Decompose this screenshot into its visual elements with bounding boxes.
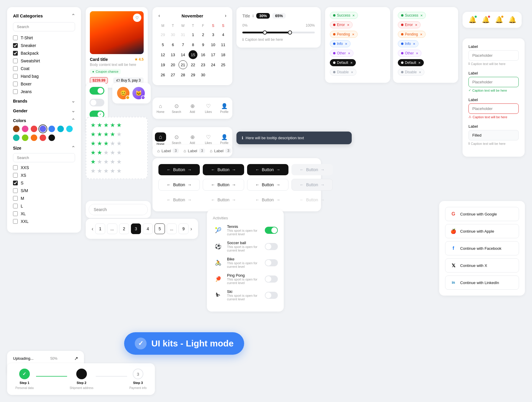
success-close-r[interactable]: ✕ [420, 14, 423, 17]
nav-likes-2[interactable]: ♡ Likes [202, 134, 215, 145]
cal-day-30[interactable]: 30 [199, 70, 207, 79]
nav-home-1[interactable]: ⌂ Home [154, 103, 167, 114]
nav-add-2[interactable]: ⊕ Add [186, 134, 199, 145]
star-1-5[interactable]: ★ [116, 121, 122, 129]
cal-day-30[interactable]: 30 [168, 30, 177, 39]
calendar-next-button[interactable]: › [225, 13, 226, 18]
gender-expand-icon[interactable]: ⌄ [71, 108, 75, 114]
pagination-prev[interactable]: ‹ [92, 226, 93, 232]
btn-ghost-1[interactable]: ← Button → [158, 194, 200, 205]
notif-icon-red[interactable]: 🔔 [482, 16, 490, 24]
bike-toggle[interactable] [265, 259, 278, 266]
category-checkbox-jeans[interactable] [13, 89, 18, 94]
star-4-4[interactable]: ★ [110, 149, 115, 156]
size-s[interactable] [13, 181, 18, 185]
nav-search-2[interactable]: ⊙ Search [170, 134, 183, 145]
category-checkbox-coat[interactable] [13, 66, 18, 71]
nav-search-1[interactable]: ⊙ Search [170, 103, 183, 114]
color-red[interactable] [31, 126, 37, 132]
nav-profile-2[interactable]: 👤 Profile [218, 134, 231, 145]
color-red2[interactable] [40, 134, 46, 141]
cal-day-24[interactable]: 24 [209, 60, 218, 69]
star-5-5[interactable]: ★ [116, 158, 122, 165]
color-lightcyan[interactable] [66, 126, 73, 132]
star-3-3[interactable]: ★ [103, 140, 109, 147]
toggle-off[interactable] [90, 99, 104, 106]
star-5-4[interactable]: ★ [110, 158, 115, 165]
cal-day-28[interactable]: 28 [179, 70, 187, 79]
facebook-login-button[interactable]: f Continue with Facebook [445, 241, 519, 255]
star-3-2[interactable]: ★ [97, 140, 102, 147]
brands-expand-icon[interactable]: ⌄ [71, 98, 75, 104]
star-2-3[interactable]: ★ [103, 131, 109, 138]
linkedin-login-button[interactable]: in Continue with LinkedIn [445, 275, 519, 290]
page-2[interactable]: 2 [119, 223, 129, 234]
cal-day-27[interactable]: 27 [168, 70, 177, 79]
star-3-4[interactable]: ★ [110, 140, 115, 147]
star-5-1[interactable]: ★ [90, 158, 96, 165]
cal-day-4[interactable]: 4 [219, 30, 228, 39]
pending-close[interactable]: ✕ [352, 33, 354, 36]
disabled-close-r[interactable]: ✕ [419, 71, 421, 74]
size-l[interactable] [13, 204, 18, 208]
color-pink[interactable] [22, 126, 28, 132]
btn-outline-2[interactable]: ← Button → [203, 179, 244, 191]
pagination-next[interactable]: › [190, 226, 192, 232]
star-1-4[interactable]: ★ [110, 121, 115, 129]
slider-thumb1[interactable] [263, 30, 267, 35]
notif-icon-plain[interactable]: 🔔 [508, 16, 516, 24]
color-teal[interactable] [13, 134, 20, 141]
star-6-4[interactable]: ★ [110, 167, 115, 174]
other-close-r[interactable]: ✕ [416, 52, 418, 55]
star-5-3[interactable]: ★ [103, 158, 109, 165]
cal-day-15-selected[interactable]: 15 [189, 50, 197, 59]
notif-icon-yellow[interactable]: 🔔 [495, 16, 503, 24]
cal-day-11[interactable]: 11 [219, 40, 228, 49]
page-5[interactable]: 5 [155, 223, 165, 234]
category-checkbox-tshirt[interactable] [13, 35, 18, 40]
cal-day-13[interactable]: 13 [168, 50, 177, 59]
success-close[interactable]: ✕ [352, 14, 355, 17]
color-lime[interactable] [22, 134, 28, 141]
size-m[interactable] [13, 196, 18, 201]
cal-day-17[interactable]: 17 [209, 50, 218, 59]
cal-day-20[interactable]: 20 [168, 60, 177, 69]
cal-day-25[interactable]: 25 [219, 60, 228, 69]
error-close-r[interactable]: ✕ [415, 23, 417, 27]
star-5-2[interactable]: ★ [97, 158, 102, 165]
size-xxl[interactable] [13, 219, 18, 224]
color-indigo[interactable] [40, 126, 46, 132]
nav-profile-1[interactable]: 👤 Profile [218, 103, 231, 114]
btn-outline-3[interactable]: ← Button → [247, 179, 288, 191]
size-collapse-icon[interactable]: ⌃ [71, 145, 75, 151]
star-4-1[interactable]: ★ [90, 149, 96, 156]
cal-day-16[interactable]: 16 [199, 50, 207, 59]
star-3-5[interactable]: ★ [116, 140, 122, 147]
error-close[interactable]: ✕ [347, 23, 349, 27]
info-close-r[interactable]: ✕ [413, 42, 415, 46]
category-checkbox-boxer[interactable] [13, 82, 18, 86]
disabled-close[interactable]: ✕ [351, 71, 353, 74]
categories-collapse-icon[interactable]: ⌃ [71, 13, 75, 19]
cal-day-31[interactable]: 31 [179, 30, 187, 39]
star-6-5[interactable]: ★ [116, 167, 122, 174]
star-1-2[interactable]: ★ [97, 121, 102, 129]
btn-primary-3[interactable]: ← Button → [247, 164, 288, 175]
nav-add-1[interactable]: ⊕ Add [186, 103, 199, 114]
size-xs[interactable] [13, 173, 18, 178]
nav-likes-1[interactable]: ♡ Likes [202, 103, 215, 114]
btn-ghost-2[interactable]: ← Button → [203, 194, 244, 205]
cal-day-21-circle[interactable]: 21 [179, 60, 187, 69]
cal-day-14[interactable]: 14 [179, 50, 187, 59]
star-6-3[interactable]: ★ [103, 167, 109, 174]
search-bar-input[interactable] [89, 204, 148, 215]
star-4-3[interactable]: ★ [103, 149, 109, 156]
soccer-toggle[interactable] [265, 243, 278, 250]
form-input-2[interactable] [468, 77, 519, 87]
tennis-toggle[interactable] [265, 227, 278, 234]
category-checkbox-sneaker[interactable] [13, 43, 18, 48]
size-search-input[interactable] [13, 153, 75, 162]
page-9[interactable]: 9 [179, 223, 189, 234]
color-blue[interactable] [48, 126, 55, 132]
star-3-1[interactable]: ★ [90, 140, 96, 147]
